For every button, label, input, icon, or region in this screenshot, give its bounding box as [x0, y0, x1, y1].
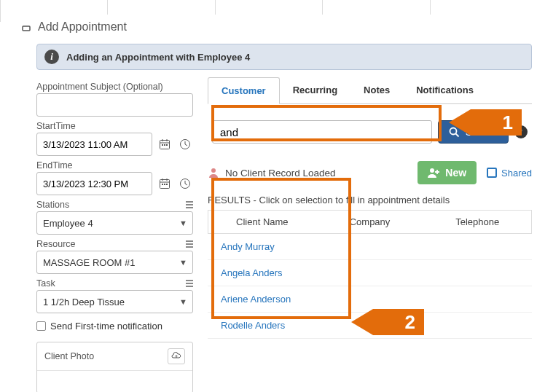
- new-client-button[interactable]: New: [418, 161, 477, 184]
- start-time-input[interactable]: [36, 133, 152, 156]
- svg-rect-21: [186, 201, 193, 203]
- tab-notifications[interactable]: Notifications: [403, 77, 487, 103]
- client-status-row: No Client Record Loaded New Shared: [208, 161, 532, 184]
- client-photo-card: Client Photo: [36, 342, 193, 392]
- svg-rect-7: [166, 144, 168, 146]
- calendar-icon[interactable]: [157, 136, 173, 152]
- svg-rect-6: [164, 144, 165, 146]
- client-name-cell[interactable]: Angela Anders: [208, 260, 315, 286]
- phone-cell: [424, 234, 532, 259]
- first-time-notification-row[interactable]: Send First-time notification: [36, 321, 193, 332]
- results-heading: RESULTS - Click on selection to fill in …: [208, 195, 532, 205]
- client-photo-label: Client Photo: [44, 351, 94, 361]
- svg-rect-23: [186, 207, 193, 208]
- table-row[interactable]: Andy Murray: [208, 234, 532, 260]
- task-select[interactable]: 1 1/2h Deep Tissue: [36, 290, 193, 313]
- subject-label: Appointment Subject (Optional): [36, 82, 193, 92]
- phone-cell: [424, 313, 532, 338]
- svg-line-10: [185, 144, 187, 146]
- resource-select[interactable]: MASSAGE ROOM #1: [36, 251, 193, 274]
- client-name-cell[interactable]: Rodelle Anders: [208, 313, 315, 338]
- cloud-upload-icon: [171, 352, 181, 361]
- tab-notes[interactable]: Notes: [350, 77, 403, 103]
- info-icon: i: [44, 50, 59, 64]
- tab-customer[interactable]: Customer: [208, 77, 280, 104]
- panel-header: Add Appointment: [15, 15, 537, 39]
- info-banner: i Adding an Appointment with Employee 4: [36, 44, 532, 70]
- start-time-row: [36, 133, 193, 156]
- task-label: Task: [36, 278, 193, 289]
- svg-rect-29: [186, 286, 193, 287]
- end-time-input[interactable]: [36, 172, 152, 195]
- list-handle-icon: [186, 240, 193, 248]
- calendar-icon[interactable]: [157, 176, 173, 192]
- svg-point-33: [430, 168, 434, 173]
- annotation-tag-1: 1: [449, 109, 522, 136]
- svg-rect-0: [23, 26, 30, 31]
- person-plus-icon: [428, 168, 439, 178]
- svg-rect-25: [186, 243, 193, 245]
- window-restore-icon: [22, 22, 32, 32]
- subject-input[interactable]: [36, 93, 193, 117]
- phone-cell: [424, 286, 532, 312]
- svg-rect-16: [164, 184, 165, 185]
- client-name-cell[interactable]: Ariene Anderson: [208, 286, 315, 312]
- phone-cell: [424, 260, 532, 286]
- svg-rect-28: [186, 283, 193, 284]
- svg-point-32: [211, 168, 216, 173]
- svg-rect-22: [186, 204, 193, 205]
- client-search-input[interactable]: [212, 120, 432, 144]
- svg-rect-27: [186, 280, 193, 281]
- list-handle-icon: [186, 200, 193, 209]
- stations-label: Stations: [36, 200, 193, 210]
- upload-photo-button[interactable]: [168, 348, 185, 364]
- left-form-column: Appointment Subject (Optional) StartTime…: [36, 77, 193, 392]
- add-appointment-panel: Add Appointment i Adding an Appointment …: [15, 15, 537, 392]
- start-time-label: StartTime: [36, 121, 193, 131]
- tab-recurring[interactable]: Recurring: [280, 77, 350, 103]
- shared-checkbox[interactable]: Shared: [487, 168, 532, 179]
- checkbox-icon: [487, 168, 497, 178]
- info-banner-text: Adding an Appointment with Employee 4: [66, 52, 250, 63]
- clock-icon[interactable]: [177, 176, 193, 192]
- col-company: Company: [316, 211, 424, 233]
- svg-rect-26: [186, 246, 193, 248]
- annotation-tag-2: 2: [351, 309, 424, 335]
- company-cell: [315, 286, 423, 312]
- resource-label: Resource: [36, 239, 193, 249]
- svg-rect-5: [162, 144, 163, 146]
- table-row[interactable]: Angela Anders: [208, 260, 532, 286]
- svg-rect-17: [166, 184, 168, 185]
- results-table-header: Client Name Company Telephone: [208, 210, 532, 234]
- col-telephone: Telephone: [423, 211, 531, 233]
- company-cell: [315, 260, 423, 286]
- person-icon: [208, 167, 219, 179]
- tab-strip: Customer Recurring Notes Notifications: [208, 77, 532, 104]
- client-name-cell[interactable]: Andy Murray: [208, 234, 315, 259]
- list-handle-icon: [186, 279, 193, 288]
- svg-rect-15: [162, 184, 163, 185]
- end-time-row: [36, 172, 193, 195]
- col-client-name: Client Name: [208, 211, 316, 233]
- clock-icon[interactable]: [177, 136, 193, 152]
- svg-rect-24: [186, 240, 193, 242]
- checkbox-icon[interactable]: [36, 321, 46, 331]
- no-client-text: No Client Record Loaded: [225, 168, 336, 179]
- first-time-label: Send First-time notification: [50, 321, 162, 332]
- end-time-label: EndTime: [36, 160, 193, 170]
- svg-line-20: [185, 184, 187, 185]
- company-cell: [315, 234, 423, 259]
- panel-title-text: Add Appointment: [38, 20, 127, 34]
- stations-select[interactable]: Employee 4: [36, 211, 193, 235]
